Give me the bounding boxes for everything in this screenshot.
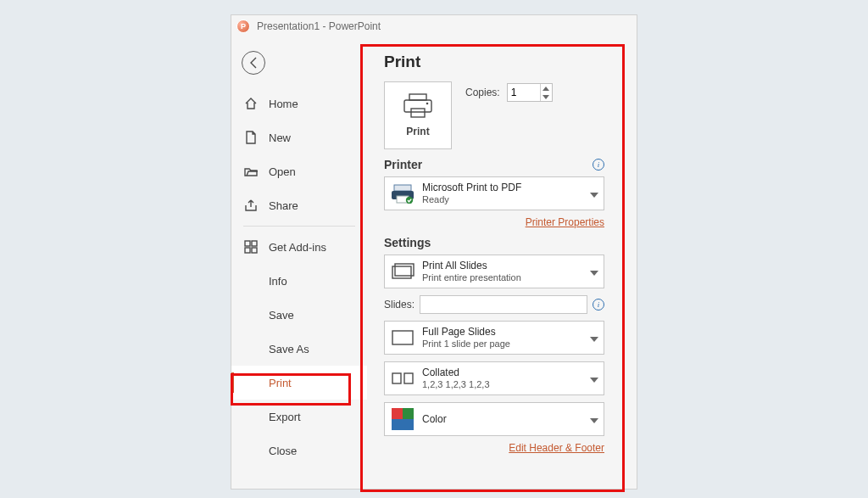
svg-rect-16 [404, 373, 413, 383]
slides-label: Slides: [384, 299, 415, 311]
nav-save[interactable]: Save [231, 298, 367, 332]
print-range-main: Print All Slides [422, 260, 521, 271]
nav-export-label: Export [269, 411, 301, 423]
backstage-nav: Home New Open Share [231, 37, 367, 489]
chevron-down-icon [590, 186, 598, 201]
nav-addins[interactable]: Get Add-ins [231, 230, 367, 264]
svg-rect-6 [411, 109, 425, 117]
copies-label: Copies: [465, 87, 500, 98]
svg-rect-15 [392, 373, 401, 383]
svg-rect-5 [404, 100, 431, 112]
svg-rect-3 [252, 248, 257, 253]
backstage-window: P Presentation1 - PowerPoint Home New [231, 14, 637, 490]
print-range-sub: Print entire presentation [422, 272, 521, 283]
selected-printer-icon [390, 181, 415, 206]
nav-export[interactable]: Export [231, 400, 367, 434]
print-button[interactable]: Print [384, 81, 452, 149]
back-button[interactable] [242, 51, 265, 75]
window-title: Presentation1 - PowerPoint [257, 20, 381, 32]
nav-home-label: Home [269, 98, 298, 110]
back-arrow-icon [247, 56, 260, 70]
nav-close[interactable]: Close [231, 434, 367, 467]
collate-dropdown[interactable]: Collated 1,2,3 1,2,3 1,2,3 [384, 361, 604, 395]
copies-up[interactable] [541, 84, 552, 92]
svg-rect-14 [392, 331, 413, 344]
powerpoint-logo-icon: P [236, 20, 250, 33]
slides-info-icon[interactable]: i [593, 299, 604, 311]
printer-large-icon [402, 93, 434, 119]
collate-sub: 1,2,3 1,2,3 1,2,3 [422, 379, 490, 390]
chevron-down-icon [590, 264, 598, 279]
svg-rect-4 [409, 94, 426, 100]
svg-point-7 [426, 103, 429, 105]
nav-new-label: New [269, 131, 291, 144]
nav-separator [243, 226, 355, 227]
copies-down[interactable] [541, 92, 552, 101]
svg-point-11 [406, 197, 413, 204]
color-icon [390, 406, 415, 432]
nav-share-label: Share [269, 199, 298, 212]
settings-section-heading: Settings [384, 236, 431, 249]
layout-icon [390, 325, 415, 350]
nav-print[interactable]: Print [231, 366, 367, 400]
svg-rect-8 [394, 185, 411, 191]
nav-saveas[interactable]: Save As [231, 332, 367, 366]
printer-info-icon[interactable]: i [593, 159, 604, 171]
color-main: Color [422, 413, 447, 425]
print-range-dropdown[interactable]: Print All Slides Print entire presentati… [384, 255, 604, 288]
slides-input[interactable] [420, 295, 587, 314]
copies-input[interactable] [508, 84, 538, 101]
printer-section-heading: Printer [384, 158, 422, 171]
new-icon [243, 130, 259, 145]
nav-close-label: Close [269, 445, 297, 457]
print-pane: Print Print Copies: [376, 48, 613, 489]
chevron-down-icon [590, 411, 598, 427]
title-bar: P Presentation1 - PowerPoint [231, 15, 637, 37]
nav-info-label: Info [269, 275, 287, 288]
layout-dropdown[interactable]: Full Page Slides Print 1 slide per page [384, 321, 604, 355]
copies-spinner[interactable] [507, 83, 553, 102]
collate-icon [390, 366, 415, 391]
nav-print-label: Print [269, 377, 292, 389]
svg-rect-0 [245, 241, 250, 246]
nav-home[interactable]: Home [231, 87, 367, 120]
printer-status: Ready [422, 194, 521, 205]
share-icon [243, 198, 259, 213]
print-heading: Print [384, 53, 604, 71]
open-icon [243, 164, 259, 179]
nav-new[interactable]: New [231, 120, 367, 154]
chevron-down-icon [590, 371, 598, 386]
nav-info[interactable]: Info [231, 264, 367, 298]
layout-sub: Print 1 slide per page [422, 339, 510, 350]
print-range-icon [390, 259, 415, 284]
nav-addins-label: Get Add-ins [269, 241, 326, 254]
edit-header-footer-link[interactable]: Edit Header & Footer [509, 442, 604, 454]
chevron-down-icon [590, 330, 598, 345]
nav-share[interactable]: Share [231, 188, 367, 222]
svg-rect-1 [252, 241, 257, 246]
nav-open[interactable]: Open [231, 154, 367, 188]
nav-saveas-label: Save As [269, 343, 309, 355]
print-button-label: Print [406, 126, 429, 137]
layout-main: Full Page Slides [422, 326, 510, 338]
svg-rect-2 [245, 248, 250, 253]
home-icon [243, 96, 259, 111]
nav-open-label: Open [269, 165, 296, 178]
printer-properties-link[interactable]: Printer Properties [526, 216, 604, 228]
nav-save-label: Save [269, 309, 294, 322]
collate-main: Collated [422, 367, 490, 378]
printer-dropdown[interactable]: Microsoft Print to PDF Ready [384, 176, 604, 210]
color-dropdown[interactable]: Color [384, 402, 604, 436]
printer-name: Microsoft Print to PDF [422, 182, 521, 193]
addins-icon [243, 239, 259, 255]
